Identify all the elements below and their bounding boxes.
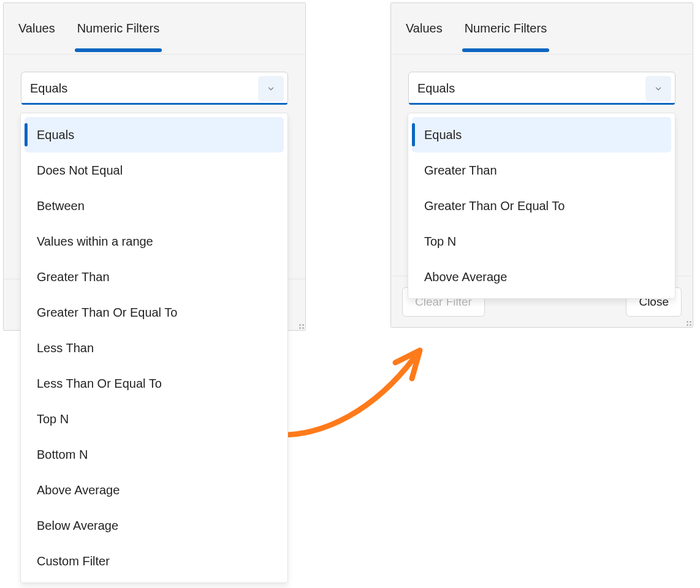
panel-body: Equals [4,55,305,105]
resize-grip-icon[interactable] [295,320,304,329]
filter-type-dropdown: Equals Greater Than Greater Than Or Equa… [408,113,675,299]
tab-numeric-filters[interactable]: Numeric Filters [75,6,162,51]
dropdown-option[interactable]: Top N [25,401,284,437]
tab-values[interactable]: Values [403,6,445,51]
select-value: Equals [30,81,67,96]
tab-values[interactable]: Values [16,6,58,51]
dropdown-option[interactable]: Less Than Or Equal To [25,366,284,401]
dropdown-option[interactable]: Less Than [25,330,284,366]
dropdown-option[interactable]: Does Not Equal [25,153,284,188]
filter-type-dropdown: Equals Does Not Equal Between Values wit… [20,113,288,583]
panel-body: Equals [391,55,693,105]
transition-arrow-icon [270,331,441,447]
resize-grip-icon[interactable] [683,317,691,326]
chevron-down-icon[interactable] [645,76,671,102]
dropdown-option[interactable]: Greater Than [412,153,671,188]
dropdown-option[interactable]: Above Average [25,472,284,508]
chevron-down-icon[interactable] [258,76,284,102]
dropdown-option[interactable]: Greater Than Or Equal To [412,188,671,224]
dropdown-option[interactable]: Greater Than Or Equal To [25,295,284,330]
dropdown-option[interactable]: Between [25,188,284,224]
filter-type-select[interactable]: Equals [21,72,288,105]
filter-type-select[interactable]: Equals [408,72,675,105]
tab-bar: Values Numeric Filters [391,3,693,55]
dropdown-option[interactable]: Top N [412,224,671,259]
dropdown-option[interactable]: Custom Filter [25,543,284,579]
dropdown-option[interactable]: Equals [412,117,671,153]
dropdown-option[interactable]: Above Average [412,259,671,295]
dropdown-option[interactable]: Below Average [25,508,284,543]
dropdown-option[interactable]: Greater Than [25,259,284,295]
dropdown-option[interactable]: Bottom N [25,437,284,472]
tab-bar: Values Numeric Filters [4,3,305,55]
dropdown-option[interactable]: Values within a range [25,224,284,259]
select-value: Equals [417,81,455,96]
dropdown-option[interactable]: Equals [25,117,284,153]
tab-numeric-filters[interactable]: Numeric Filters [462,6,549,51]
